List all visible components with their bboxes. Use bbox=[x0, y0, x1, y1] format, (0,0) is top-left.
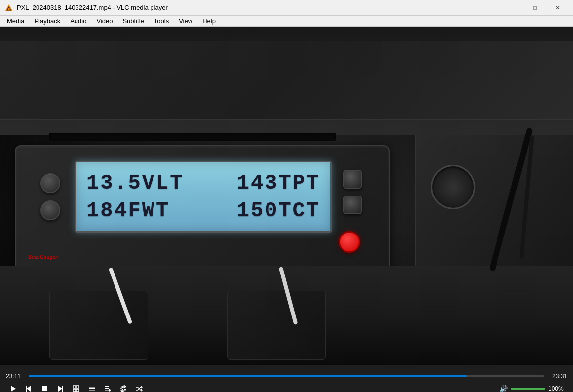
svg-marker-7 bbox=[58, 386, 62, 392]
bottom-box-left bbox=[49, 291, 148, 360]
extended-settings-button[interactable] bbox=[85, 382, 99, 392]
svg-rect-9 bbox=[73, 386, 76, 388]
time-current: 23:11 bbox=[6, 373, 25, 380]
progress-bar[interactable] bbox=[29, 375, 544, 377]
fullscreen-button[interactable] bbox=[69, 382, 83, 392]
playback-controls: 🔊 100% bbox=[0, 382, 573, 392]
menu-tools[interactable]: Tools bbox=[149, 16, 174, 27]
maximize-button[interactable]: □ bbox=[524, 0, 546, 16]
play-button[interactable] bbox=[6, 382, 20, 392]
volume-percentage: 100% bbox=[548, 385, 567, 392]
svg-rect-5 bbox=[26, 386, 27, 392]
menu-audio[interactable]: Audio bbox=[65, 16, 91, 27]
svg-rect-6 bbox=[42, 386, 47, 391]
scangauge-button-bottom-left[interactable] bbox=[40, 200, 60, 220]
video-area[interactable]: 13.5VLT 143TPT 184FWT 150TCT ScanGaugeII bbox=[0, 27, 573, 365]
window-title: PXL_20240318_140622417.mp4 - VLC media p… bbox=[17, 4, 501, 11]
time-total: 23:31 bbox=[548, 373, 567, 380]
lcd-display: 13.5VLT 143TPT 184FWT 150TCT bbox=[75, 161, 332, 233]
progress-bar-fill bbox=[29, 375, 467, 377]
svg-rect-2 bbox=[8, 8, 10, 10]
volume-area: 🔊 100% bbox=[499, 385, 567, 392]
close-button[interactable]: ✕ bbox=[546, 0, 569, 16]
svg-marker-19 bbox=[109, 389, 111, 392]
menu-view[interactable]: View bbox=[174, 16, 197, 27]
volume-icon[interactable]: 🔊 bbox=[499, 385, 508, 392]
svg-rect-10 bbox=[76, 386, 79, 388]
next-button[interactable] bbox=[53, 382, 67, 392]
svg-marker-4 bbox=[27, 386, 31, 392]
lcd-tct: 150TCT bbox=[237, 199, 320, 223]
bottom-area bbox=[0, 266, 573, 365]
lcd-row-2: 184FWT 150TCT bbox=[86, 199, 320, 223]
progress-area: 23:11 23:31 bbox=[0, 373, 573, 380]
svg-rect-8 bbox=[62, 386, 63, 392]
menu-playback[interactable]: Playback bbox=[29, 16, 65, 27]
minimize-button[interactable]: ─ bbox=[501, 0, 524, 16]
menu-video[interactable]: Video bbox=[91, 16, 117, 27]
volume-bar[interactable] bbox=[511, 388, 545, 390]
dash-top bbox=[0, 41, 573, 120]
loop-button[interactable] bbox=[116, 382, 130, 392]
window-controls: ─ □ ✕ bbox=[501, 0, 569, 16]
previous-button[interactable] bbox=[22, 382, 36, 392]
menu-help[interactable]: Help bbox=[197, 16, 221, 27]
svg-rect-17 bbox=[105, 388, 109, 389]
svg-rect-15 bbox=[89, 390, 95, 391]
stop-button[interactable] bbox=[38, 382, 51, 392]
menubar: Media Playback Audio Video Subtitle Tool… bbox=[0, 16, 573, 27]
lcd-fwt: 184FWT bbox=[86, 199, 170, 223]
menu-media[interactable]: Media bbox=[2, 16, 29, 27]
cd-slot bbox=[49, 133, 336, 141]
bottom-box-right bbox=[227, 291, 326, 360]
lcd-tpt: 143TPT bbox=[237, 171, 320, 195]
connector-circle bbox=[431, 165, 475, 209]
svg-rect-18 bbox=[105, 390, 109, 391]
svg-marker-3 bbox=[11, 386, 16, 392]
scangauge-power-button[interactable] bbox=[339, 231, 360, 253]
svg-rect-13 bbox=[89, 387, 95, 388]
titlebar: PXL_20240318_140622417.mp4 - VLC media p… bbox=[0, 0, 573, 16]
lcd-voltage: 13.5VLT bbox=[86, 171, 184, 195]
scangauge-button-top-right[interactable] bbox=[343, 170, 362, 189]
svg-rect-12 bbox=[76, 389, 79, 392]
svg-rect-16 bbox=[105, 386, 109, 387]
svg-rect-14 bbox=[89, 388, 95, 389]
volume-bar-fill bbox=[511, 388, 545, 390]
lcd-row-1: 13.5VLT 143TPT bbox=[86, 171, 320, 195]
player-controls: 23:11 23:31 bbox=[0, 365, 573, 392]
scangauge-device: 13.5VLT 143TPT 184FWT 150TCT ScanGaugeII bbox=[15, 145, 390, 274]
playlist-button[interactable] bbox=[101, 382, 115, 392]
scangauge-button-middle-right[interactable] bbox=[343, 196, 362, 214]
scangauge-logo: ScanGaugeII bbox=[28, 254, 58, 264]
svg-rect-11 bbox=[73, 389, 76, 392]
vlc-icon bbox=[4, 3, 14, 13]
random-button[interactable] bbox=[132, 382, 146, 392]
menu-subtitle[interactable]: Subtitle bbox=[117, 16, 149, 27]
scangauge-button-top-left[interactable] bbox=[40, 173, 60, 193]
